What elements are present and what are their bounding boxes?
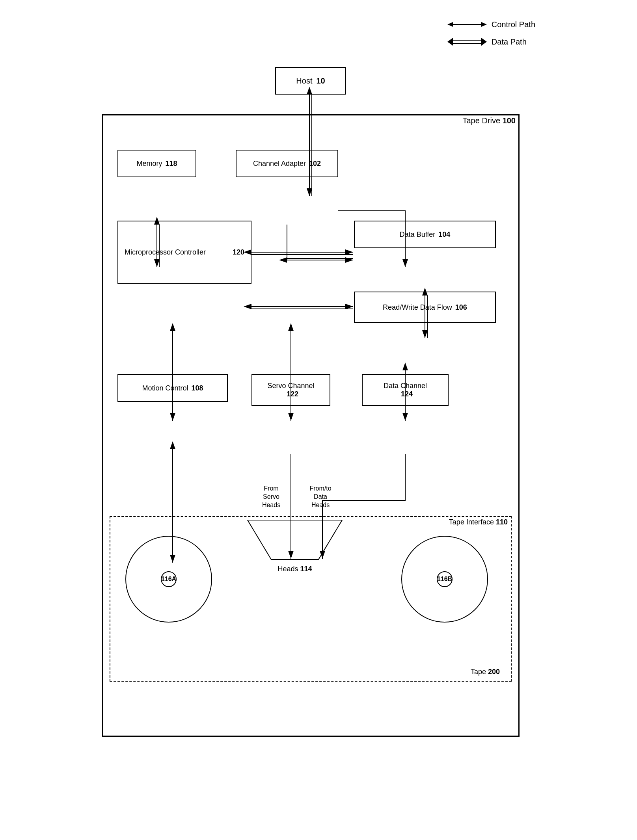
svg-marker-2 (447, 22, 453, 27)
servo-channel-box: Servo Channel 122 (251, 374, 330, 406)
control-path-label: Control Path (492, 20, 535, 29)
data-channel-box: Data Channel 124 (362, 374, 449, 406)
reel-b: 116B (401, 536, 488, 623)
tape-drive-label: Tape Drive 100 (462, 116, 516, 125)
control-path-legend: Control Path (447, 20, 535, 29)
reel-a: 116A (125, 536, 212, 623)
data-path-arrow (447, 36, 487, 47)
svg-marker-1 (481, 22, 487, 27)
reel-a-label: 116A (161, 571, 177, 587)
svg-text:Heads 114: Heads 114 (278, 565, 312, 573)
memory-box: Memory 118 (117, 150, 196, 177)
legend: Control Path Data Path (447, 20, 535, 47)
svg-marker-6 (447, 38, 453, 46)
host-label: Host (296, 76, 312, 85)
heads-svg: Heads 114 (240, 520, 350, 583)
host-number: 10 (316, 76, 325, 85)
svg-marker-7 (248, 520, 342, 559)
from-servo-heads-text: From Servo Heads (255, 485, 287, 509)
microprocessor-number: 120 (233, 248, 244, 256)
microprocessor-box: Microprocessor Controller 120 (117, 221, 251, 284)
motion-control-box: Motion Control 108 (117, 374, 228, 402)
data-path-legend: Data Path (447, 36, 535, 47)
tape-label: Tape 200 (471, 668, 500, 750)
control-path-arrow (447, 20, 487, 29)
tape-interface-label: Tape Interface 110 (449, 518, 508, 526)
host-box: Host 10 (275, 67, 346, 95)
microprocessor-label: Microprocessor Controller (125, 248, 206, 256)
svg-marker-5 (481, 38, 487, 46)
channel-adapter-box: Channel Adapter 102 (236, 150, 338, 177)
data-buffer-box: Data Buffer 104 (354, 221, 496, 248)
page: Control Path Data Path Host 10 Tape Driv… (102, 16, 535, 756)
diagram-container: Host 10 Tape Drive 100 Memory 118 Channe… (102, 67, 520, 756)
from-to-data-heads-text: From/to Data Heads (303, 485, 338, 509)
reel-b-label: 116B (437, 571, 453, 587)
rw-data-flow-box: Read/Write Data Flow 106 (354, 292, 496, 323)
data-path-label: Data Path (492, 37, 527, 46)
